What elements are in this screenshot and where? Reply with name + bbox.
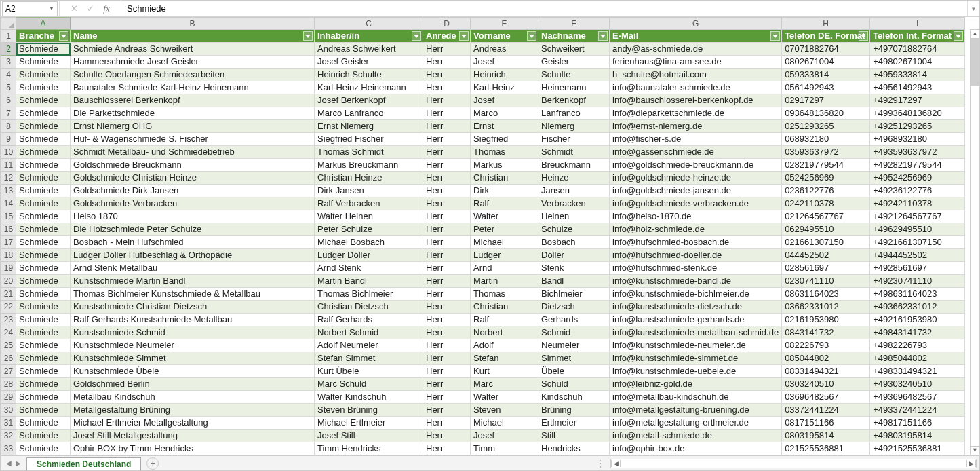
row-header[interactable]: 12	[1, 172, 16, 185]
cell[interactable]: Walter	[471, 210, 538, 223]
cell[interactable]: Karl-Heinz	[471, 81, 538, 94]
row-header[interactable]: 34	[1, 455, 16, 456]
cell[interactable]: Schmiede	[16, 210, 71, 223]
cell[interactable]: +493593637972	[870, 146, 965, 159]
cell[interactable]: +49843141732	[870, 326, 965, 339]
row-header[interactable]: 4	[1, 69, 16, 81]
cell[interactable]: Berkenkopf	[538, 94, 610, 107]
row-header[interactable]: 31	[1, 417, 16, 430]
cell[interactable]: info@gassenschmiede.de	[610, 146, 782, 159]
cell[interactable]: Ernst	[471, 120, 538, 133]
cell[interactable]: +492161953980	[870, 314, 965, 326]
column-header[interactable]: D	[423, 18, 471, 30]
cell[interactable]: Marco Lanfranco	[315, 107, 423, 120]
row-header[interactable]: 21	[1, 288, 16, 301]
cell[interactable]: Schmiede	[16, 43, 71, 56]
cell[interactable]: Kindschuh	[538, 391, 610, 404]
cell[interactable]: 03372441224	[782, 404, 870, 417]
row-header[interactable]: 8	[1, 120, 16, 133]
cell[interactable]: Michael Bosbach	[315, 236, 423, 249]
cell[interactable]: Ralf	[471, 197, 538, 210]
cell[interactable]: +49561492943	[870, 81, 965, 94]
cell[interactable]: Schmiede	[16, 339, 71, 352]
cell[interactable]: Timm	[471, 442, 538, 455]
cell[interactable]: Schmiede	[16, 81, 71, 94]
cell[interactable]: Ralf Gerhards	[315, 314, 423, 326]
cell[interactable]: Schmiede	[16, 133, 71, 146]
cell[interactable]: Josef Still	[315, 430, 423, 442]
cell[interactable]: Still	[538, 430, 610, 442]
cell[interactable]: info@metallbau-kindschuh.de	[610, 391, 782, 404]
cell[interactable]: Bichlmeier	[538, 288, 610, 301]
cell[interactable]: Herr	[423, 94, 471, 107]
cell[interactable]: Michael Puhl	[315, 455, 423, 456]
cell[interactable]: Goldschmiede Dirk Jansen	[71, 185, 315, 197]
cell[interactable]: Schmiede	[16, 288, 71, 301]
cell[interactable]: Heinrich Schulte	[315, 69, 423, 81]
column-header[interactable]: H	[782, 18, 870, 30]
cell[interactable]: 093648136820	[782, 107, 870, 120]
cell[interactable]: info@ernst-niemerg.de	[610, 120, 782, 133]
row-header[interactable]: 28	[1, 378, 16, 391]
cell[interactable]: 082226793	[782, 339, 870, 352]
cell[interactable]: Schulte	[538, 69, 610, 81]
filter-dropdown-icon[interactable]	[859, 31, 868, 41]
cell[interactable]: Stefan	[471, 352, 538, 365]
filter-dropdown-icon[interactable]	[59, 31, 68, 41]
cell[interactable]: Metallbau Kindschuh	[71, 391, 315, 404]
row-header[interactable]: 29	[1, 391, 16, 404]
cell[interactable]: 03662331012	[782, 301, 870, 314]
cell[interactable]: Dirk	[471, 185, 538, 197]
cell[interactable]: Kunstschmiede Neumeier	[71, 339, 315, 352]
row-header[interactable]: 1	[1, 30, 16, 43]
cell[interactable]: +496832475	[870, 455, 965, 456]
cell[interactable]: Herr	[423, 404, 471, 417]
cell[interactable]: +49251293265	[870, 120, 965, 133]
cell[interactable]: info@kunstschmiede-bandl.de	[610, 275, 782, 288]
cell[interactable]: Herr	[423, 159, 471, 172]
cell[interactable]: Hendricks	[538, 442, 610, 455]
cell[interactable]: info@kunstschmiede-gerhards.de	[610, 314, 782, 326]
cell[interactable]: Kunstschmiede Christian Dietzsch	[71, 301, 315, 314]
cell[interactable]: Arnd Stenk Metallbau	[71, 262, 315, 275]
cell[interactable]: Walter Heinen	[315, 210, 423, 223]
cell[interactable]: +49803195814	[870, 430, 965, 442]
cell[interactable]: info@goldschmiede-verbracken.de	[610, 197, 782, 210]
expand-formula-bar-icon[interactable]: ▾	[967, 1, 979, 16]
cell[interactable]: Michael Puhl GmbH	[71, 455, 315, 456]
cell[interactable]: Herr	[423, 107, 471, 120]
vscroll-thumb[interactable]	[971, 39, 979, 86]
cell[interactable]: Heinrich	[471, 69, 538, 81]
cell[interactable]: Norbert Schmid	[315, 326, 423, 339]
cell[interactable]: Herr	[423, 133, 471, 146]
cell[interactable]: Bandl	[538, 275, 610, 288]
cell[interactable]: 03696482567	[782, 391, 870, 404]
cell[interactable]: Schmiede	[16, 56, 71, 69]
cell[interactable]: 028219779544	[782, 159, 870, 172]
cell[interactable]: Schmiede	[16, 455, 71, 456]
cell[interactable]: Herr	[423, 236, 471, 249]
cell[interactable]: +498631164023	[870, 288, 965, 301]
cell[interactable]: +49303240510	[870, 378, 965, 391]
cell[interactable]: Schmiede	[16, 442, 71, 455]
cell[interactable]: Schmiede	[16, 352, 71, 365]
cell[interactable]: Heinen	[538, 210, 610, 223]
cell[interactable]: Andreas Schweikert	[315, 43, 423, 56]
cell[interactable]: 021661307150	[782, 236, 870, 249]
cell[interactable]: Herr	[423, 314, 471, 326]
cell[interactable]: Geisler	[538, 56, 610, 69]
cell[interactable]: Michael	[471, 455, 538, 456]
row-header[interactable]: 16	[1, 223, 16, 236]
cell[interactable]: Christian	[471, 301, 538, 314]
cell[interactable]: Schmiede	[16, 185, 71, 197]
cell[interactable]: Bosbach	[538, 236, 610, 249]
cell[interactable]: info@kunstschmiede-uebele.de	[610, 365, 782, 378]
cell[interactable]: Brüning	[538, 404, 610, 417]
table-header-cell[interactable]: Anrede	[423, 30, 471, 43]
name-box[interactable]: ▼	[2, 1, 58, 16]
cell[interactable]: Michael Ertlmeier	[315, 417, 423, 430]
cell[interactable]: Schweikert	[538, 43, 610, 56]
cell[interactable]: 0524256969	[782, 172, 870, 185]
filter-dropdown-icon[interactable]	[770, 31, 780, 41]
cell[interactable]: Goldschmiede Breuckmann	[71, 159, 315, 172]
